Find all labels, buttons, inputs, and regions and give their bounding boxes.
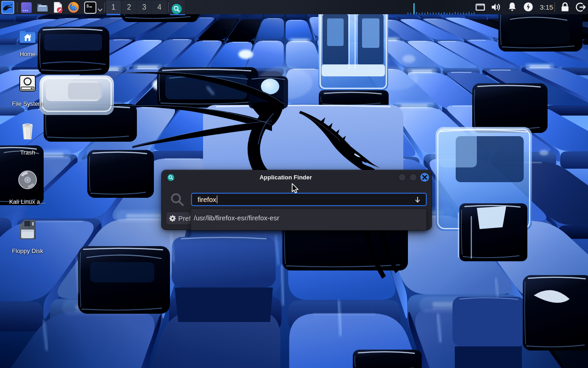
svg-text:$: $ (86, 4, 89, 9)
